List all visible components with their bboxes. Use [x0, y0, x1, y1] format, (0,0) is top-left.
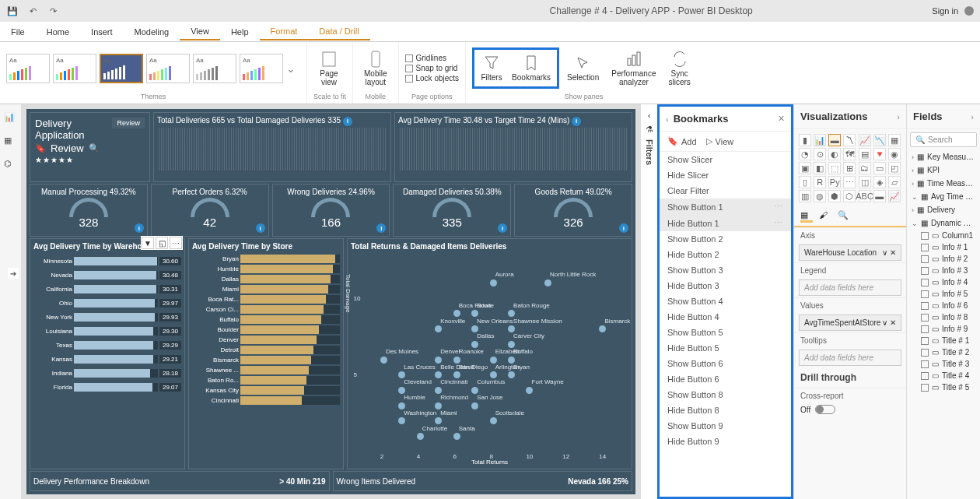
bar-row[interactable]: Boca Rat... — [192, 294, 340, 304]
bookmark-item[interactable]: Hide Button 3 — [660, 278, 791, 293]
field-table[interactable]: ›▦Delivery — [907, 203, 980, 216]
viz-type-icon[interactable]: ▤ — [859, 148, 871, 160]
field-checkbox[interactable] — [921, 360, 929, 368]
scatter-point[interactable] — [435, 371, 442, 378]
scatter-point[interactable] — [380, 357, 387, 364]
scatter-point[interactable] — [453, 433, 460, 440]
bar-row[interactable]: Cincinnati — [192, 395, 340, 406]
viz-type-icon[interactable]: ◈ — [873, 176, 886, 188]
bookmark-item[interactable]: Hide Button 6 — [660, 371, 791, 387]
avatar-icon[interactable] — [964, 6, 974, 16]
kpi-card[interactable]: Goods Return 49.02%326i — [514, 184, 632, 237]
scatter-point[interactable] — [471, 402, 478, 409]
field-checkbox[interactable] — [921, 314, 929, 322]
model-view-icon[interactable]: ⌬ — [4, 159, 18, 173]
field-item[interactable]: ▭Info # 4 — [907, 276, 980, 288]
kpi-card[interactable]: Damaged Deliveries 50.38%335i — [393, 184, 511, 237]
field-checkbox[interactable] — [921, 290, 929, 298]
viz-type-icon[interactable]: ◧ — [814, 162, 826, 174]
bar-row[interactable]: Miami — [192, 284, 340, 294]
info-icon[interactable]: i — [572, 117, 581, 126]
scatter-point[interactable] — [544, 279, 551, 286]
filters-pane-button[interactable]: Filters — [476, 51, 507, 85]
bar-row[interactable]: Dallas — [192, 274, 340, 284]
viz-type-icon[interactable]: ▱ — [888, 176, 901, 188]
viz-type-icon[interactable]: ▦ — [888, 134, 901, 146]
bookmark-add-button[interactable]: 🔖Add — [667, 136, 697, 146]
theme-thumbnail[interactable]: Aa — [240, 54, 283, 83]
scatter-point[interactable] — [398, 402, 405, 409]
save-icon[interactable]: 💾 — [6, 5, 19, 17]
info-icon[interactable]: i — [256, 223, 265, 233]
performance-analyzer-button[interactable]: Performance analyzer — [607, 47, 660, 90]
scatter-point[interactable] — [398, 387, 405, 394]
data-view-icon[interactable]: ▦ — [4, 135, 18, 149]
viz-type-icon[interactable]: ⋯ — [843, 176, 856, 188]
bar-row[interactable]: Baton Ro... — [192, 375, 340, 385]
scatter-point[interactable] — [435, 387, 442, 394]
field-checkbox[interactable] — [921, 384, 929, 392]
viz-type-icon[interactable]: ⊙ — [814, 148, 826, 160]
viz-type-icon[interactable]: 🗺 — [843, 148, 856, 160]
tab-data-drill[interactable]: Data / Drill — [308, 23, 369, 40]
bookmark-item[interactable]: Show Button 6 — [660, 356, 791, 371]
viz-type-icon[interactable]: ◐ — [828, 148, 841, 160]
signin-link[interactable]: Sign in — [932, 6, 958, 16]
tab-format[interactable]: Format — [260, 23, 309, 40]
delivery-performance-card[interactable]: Delivery Performance Breakdown > 40 Min … — [30, 471, 330, 491]
scatter-point[interactable] — [508, 357, 515, 364]
scatter-point[interactable] — [471, 387, 478, 394]
tooltips-field-placeholder[interactable]: Add data fields here — [799, 350, 901, 366]
bar-row[interactable]: Bismarck — [192, 355, 340, 365]
field-item[interactable]: ▭Title # 5 — [907, 381, 980, 393]
bookmark-item[interactable]: Show Button 4 — [660, 293, 791, 309]
info-icon[interactable]: i — [498, 223, 507, 233]
bookmarks-pane-button[interactable]: Bookmarks — [507, 51, 555, 85]
viz-type-icon[interactable]: ⊞ — [843, 162, 856, 174]
viz-type-icon[interactable]: ⬡ — [843, 190, 856, 202]
redo-icon[interactable]: ↷ — [47, 5, 59, 17]
tab-modeling[interactable]: Modeling — [124, 24, 180, 40]
scatter-point[interactable] — [599, 325, 606, 332]
chevron-right-icon[interactable]: › — [971, 112, 974, 121]
viz-type-icon[interactable]: Py — [828, 176, 841, 188]
viz-type-icon[interactable]: 🗂 — [859, 162, 871, 174]
tab-insert[interactable]: Insert — [80, 24, 124, 40]
fields-search-input[interactable]: 🔍 Search — [910, 132, 977, 147]
bar-row[interactable]: Ohio29.97 — [33, 296, 181, 310]
bookmark-item[interactable]: Hide Button 2 — [660, 247, 791, 262]
scatter-point[interactable] — [471, 341, 478, 348]
cross-report-toggle[interactable]: Off — [794, 403, 906, 416]
chart-scatter[interactable]: Total Returns & Damaged Items Deliveries… — [347, 238, 632, 469]
bookmark-item[interactable]: Show Button 9 — [660, 418, 791, 434]
search-small-icon[interactable]: 🔍 — [89, 143, 100, 153]
sparkline-avg-delivery-time[interactable]: Avg Delivery Time 30.48 vs Target Time 2… — [394, 112, 632, 182]
info-icon[interactable]: i — [343, 117, 352, 126]
close-icon[interactable]: ✕ — [778, 114, 785, 124]
sync-slicers-button[interactable]: Sync slicers — [664, 47, 695, 90]
bar-row[interactable]: New York29.93 — [33, 310, 181, 324]
bookmark-item[interactable]: Show Button 8 — [660, 387, 791, 402]
viz-type-icon[interactable]: ▯ — [799, 176, 811, 188]
bar-row[interactable]: Carson Ci... — [192, 304, 340, 315]
bar-row[interactable]: Shawnee ... — [192, 365, 340, 375]
scatter-point[interactable] — [508, 371, 515, 378]
viz-type-icon[interactable]: 📉 — [873, 134, 886, 146]
field-table[interactable]: ›▦Key Measures — [907, 150, 980, 163]
field-item[interactable]: ▭Title # 1 — [907, 335, 980, 346]
filters-pane-collapsed[interactable]: ‹ ⚗ Filters — [640, 104, 657, 499]
tab-help[interactable]: Help — [220, 24, 260, 40]
more-icon[interactable]: ⋯ — [170, 237, 182, 249]
viz-type-icon[interactable]: ▥ — [799, 190, 811, 202]
info-icon[interactable]: i — [376, 223, 386, 233]
bookmark-small-icon[interactable]: 🔖 — [35, 143, 46, 153]
review-button[interactable]: Review — [112, 118, 145, 128]
viz-type-icon[interactable]: ▮ — [799, 134, 811, 146]
bookmark-item[interactable]: Hide Button 1⋯ — [660, 215, 791, 231]
field-checkbox[interactable] — [921, 337, 929, 345]
axis-field[interactable]: WareHouse Location∨ ✕ — [799, 244, 901, 261]
lock-checkbox[interactable]: Lock objects — [405, 74, 460, 83]
bookmark-item[interactable]: Show Slicer — [660, 152, 791, 167]
field-item[interactable]: ▭Info # 6 — [907, 300, 980, 311]
field-item[interactable]: ▭Title # 4 — [907, 370, 980, 381]
